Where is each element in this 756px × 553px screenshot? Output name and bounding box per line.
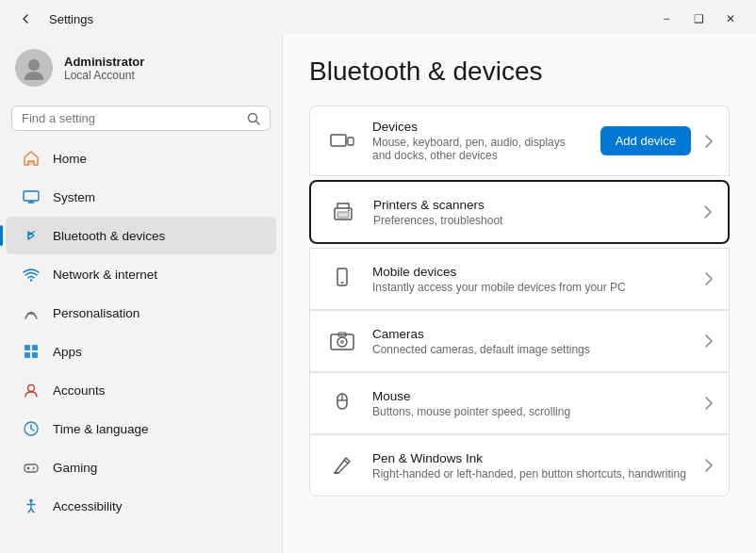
sidebar-item-accounts[interactable]: Accounts xyxy=(6,371,276,409)
user-role: Local Account xyxy=(64,69,144,82)
svg-point-38 xyxy=(340,340,344,344)
svg-rect-11 xyxy=(32,345,38,350)
sidebar-item-personalisation[interactable]: Personalisation xyxy=(6,294,276,332)
mobile-chevron xyxy=(704,271,714,286)
apps-label: Apps xyxy=(53,345,82,359)
svg-line-26 xyxy=(28,509,31,512)
card-printers[interactable]: Printers & scanners Preferences, trouble… xyxy=(309,180,730,244)
mouse-icon xyxy=(325,386,359,420)
user-profile: Administrator Local Account xyxy=(0,34,282,102)
mouse-chevron xyxy=(704,396,714,411)
svg-point-22 xyxy=(32,468,34,470)
devices-desc: Mouse, keyboard, pen, audio, displays an… xyxy=(372,136,587,162)
user-info: Administrator Local Account xyxy=(64,55,144,82)
cameras-text: Cameras Connected cameras, default image… xyxy=(372,327,691,356)
svg-rect-10 xyxy=(25,345,30,350)
svg-point-33 xyxy=(348,210,350,212)
sidebar-item-network[interactable]: Network & internet xyxy=(6,255,276,293)
card-mobile[interactable]: Mobile devices Instantly access your mob… xyxy=(309,248,730,310)
svg-point-1 xyxy=(25,72,43,80)
pen-title: Pen & Windows Ink xyxy=(372,451,691,465)
time-icon xyxy=(21,418,41,439)
svg-point-21 xyxy=(33,467,35,469)
svg-line-3 xyxy=(256,121,260,124)
gaming-icon xyxy=(21,457,41,478)
back-button[interactable] xyxy=(11,8,40,29)
svg-rect-18 xyxy=(25,464,38,472)
gaming-label: Gaming xyxy=(53,461,97,475)
mobile-desc: Instantly access your mobile devices fro… xyxy=(372,281,691,294)
printers-icon xyxy=(326,195,360,229)
nav-menu: Home System xyxy=(0,138,282,526)
close-button[interactable]: ✕ xyxy=(716,8,745,29)
cameras-chevron xyxy=(704,333,714,349)
mouse-title: Mouse xyxy=(372,389,691,403)
title-bar: Settings − ❑ ✕ xyxy=(0,0,756,34)
svg-point-8 xyxy=(30,279,32,281)
cameras-title: Cameras xyxy=(372,327,691,341)
card-mouse[interactable]: Mouse Buttons, mouse pointer speed, scro… xyxy=(309,372,730,434)
card-cameras[interactable]: Cameras Connected cameras, default image… xyxy=(309,310,730,372)
devices-icon xyxy=(325,124,359,158)
pen-desc: Right-handed or left-handed, pen button … xyxy=(372,467,691,480)
svg-rect-13 xyxy=(32,352,38,358)
user-name: Administrator xyxy=(64,55,144,69)
svg-point-14 xyxy=(28,385,35,392)
add-device-button[interactable]: Add device xyxy=(600,126,691,155)
system-label: System xyxy=(53,190,95,204)
accessibility-icon xyxy=(21,496,41,516)
network-label: Network & internet xyxy=(53,268,157,282)
printers-chevron xyxy=(703,204,713,220)
sidebar-item-apps[interactable]: Apps xyxy=(6,333,276,370)
mobile-icon xyxy=(325,262,359,296)
apps-icon xyxy=(21,341,41,362)
svg-rect-4 xyxy=(28,161,34,165)
maximize-button[interactable]: ❑ xyxy=(684,8,713,29)
svg-rect-5 xyxy=(24,191,39,201)
title-bar-left: Settings xyxy=(11,8,93,29)
page-title: Bluetooth & devices xyxy=(309,57,730,87)
devices-title: Devices xyxy=(372,120,587,134)
mouse-desc: Buttons, mouse pointer speed, scrolling xyxy=(372,405,691,418)
search-icon xyxy=(247,112,260,125)
minimize-button[interactable]: − xyxy=(652,8,681,29)
card-devices[interactable]: Devices Mouse, keyboard, pen, audio, dis… xyxy=(309,106,730,176)
cameras-icon xyxy=(325,324,359,358)
bluetooth-label: Bluetooth & devices xyxy=(53,229,165,243)
sidebar-item-gaming[interactable]: Gaming xyxy=(6,448,276,486)
svg-rect-28 xyxy=(331,135,346,146)
printers-text: Printers & scanners Preferences, trouble… xyxy=(373,198,690,227)
svg-line-17 xyxy=(31,429,34,431)
accounts-label: Accounts xyxy=(53,383,106,398)
bluetooth-icon xyxy=(21,225,41,246)
main-layout: Administrator Local Account xyxy=(0,34,756,553)
sidebar-item-home[interactable]: Home xyxy=(6,139,276,177)
content-area: Bluetooth & devices Devices Mouse, keybo… xyxy=(283,34,756,553)
svg-line-44 xyxy=(344,460,348,464)
window-controls: − ❑ ✕ xyxy=(652,8,745,29)
svg-rect-12 xyxy=(25,352,30,358)
devices-chevron xyxy=(704,134,714,149)
sidebar: Administrator Local Account xyxy=(0,34,283,553)
pen-text: Pen & Windows Ink Right-handed or left-h… xyxy=(372,451,691,480)
sidebar-item-accessibility[interactable]: Accessibility xyxy=(6,487,276,525)
search-input[interactable] xyxy=(22,111,241,125)
home-label: Home xyxy=(53,152,87,166)
sidebar-item-time[interactable]: Time & language xyxy=(6,410,276,447)
search-box[interactable] xyxy=(11,106,271,131)
sidebar-item-system[interactable]: System xyxy=(6,178,276,216)
svg-rect-29 xyxy=(348,138,353,145)
card-pen[interactable]: Pen & Windows Ink Right-handed or left-h… xyxy=(309,434,730,496)
network-icon xyxy=(21,264,41,285)
pen-icon xyxy=(325,448,359,482)
svg-point-0 xyxy=(28,59,40,71)
avatar xyxy=(15,49,53,87)
system-icon xyxy=(21,187,41,207)
sidebar-item-bluetooth[interactable]: Bluetooth & devices xyxy=(6,217,276,254)
pen-chevron xyxy=(704,458,714,473)
personalisation-icon xyxy=(21,302,41,323)
printers-title: Printers & scanners xyxy=(373,198,690,212)
svg-line-27 xyxy=(31,509,34,512)
card-list: Devices Mouse, keyboard, pen, audio, dis… xyxy=(309,106,730,496)
accessibility-label: Accessibility xyxy=(53,499,123,513)
